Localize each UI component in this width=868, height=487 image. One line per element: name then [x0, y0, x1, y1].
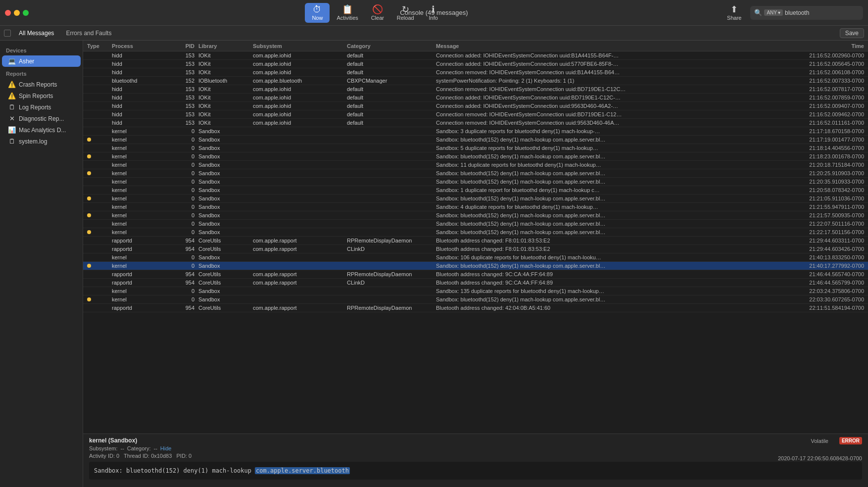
category-label: Category: [127, 445, 151, 451]
sidebar-item-crash-reports[interactable]: ⚠️ Crash Reports [2, 79, 81, 90]
cell-type [85, 180, 110, 184]
yellow-dot [87, 171, 91, 175]
cell-message: Sandbox: bluetoothd(152) deny(1) mach-lo… [434, 296, 777, 302]
table-row[interactable]: kernel 0 Sandbox Sandbox: bluetoothd(152… [83, 136, 868, 144]
cell-pid: 0 [174, 263, 196, 269]
clear-button[interactable]: 🚫 Clear [365, 3, 390, 23]
table-row[interactable]: kernel 0 Sandbox Sandbox: bluetoothd(152… [83, 152, 868, 161]
table-row[interactable]: hidd 153 IOKit com.apple.iohid default C… [83, 102, 868, 110]
cell-pid: 153 [174, 69, 196, 75]
activities-button[interactable]: 📋 Activities [332, 3, 363, 23]
table-row[interactable]: kernel 0 Sandbox Sandbox: 1 duplicate re… [83, 186, 868, 195]
cell-process: bluetoothd [110, 78, 174, 84]
cell-category: CLinkD [345, 280, 434, 286]
select-all-checkbox[interactable] [4, 30, 11, 37]
table-row[interactable]: hidd 153 IOKit com.apple.iohid default C… [83, 94, 868, 102]
sidebar-item-log-reports[interactable]: 🗒 Log Reports [2, 101, 81, 113]
cell-type [85, 264, 110, 268]
sidebar-item-asher[interactable]: 💻 Asher [2, 55, 81, 67]
cell-message: Sandbox: bluetoothd(152) deny(1) mach-lo… [434, 153, 777, 159]
window-controls [5, 10, 29, 16]
sidebar-item-mac-analytics[interactable]: 📊 Mac Analytics D... [2, 124, 81, 136]
cell-time: 21:16:52.002960-0700 [777, 52, 866, 58]
table-row[interactable]: kernel 0 Sandbox Sandbox: bluetoothd(152… [83, 211, 868, 220]
cell-library: Sandbox [196, 263, 251, 269]
table-row[interactable]: rapportd 954 CoreUtils com.apple.rapport… [83, 279, 868, 287]
table-row[interactable]: rapportd 954 CoreUtils com.apple.rapport… [83, 245, 868, 253]
table-row[interactable]: kernel 0 Sandbox Sandbox: 5 duplicate re… [83, 144, 868, 152]
search-input[interactable] [785, 9, 859, 16]
sidebar-item-diagnostic-reports[interactable]: ✕ Diagnostic Rep... [2, 113, 81, 124]
cell-time: 21:29:44.603311-0700 [777, 238, 866, 244]
cell-process: kernel [110, 296, 174, 302]
table-row[interactable]: kernel 0 Sandbox Sandbox: bluetoothd(152… [83, 295, 868, 304]
cell-process: kernel [110, 229, 174, 235]
activities-icon: 📋 [342, 5, 353, 14]
table-row[interactable]: kernel 0 Sandbox Sandbox: bluetoothd(152… [83, 228, 868, 237]
cell-category: default [345, 103, 434, 109]
table-row[interactable]: hidd 153 IOKit com.apple.iohid default C… [83, 119, 868, 127]
sidebar-item-spin-reports[interactable]: ⚠️ Spin Reports [2, 90, 81, 101]
search-any-badge[interactable]: ANY ▾ [764, 9, 783, 16]
table-row[interactable]: kernel 0 Sandbox Sandbox: bluetoothd(152… [83, 220, 868, 228]
sub-toolbar: All Messages Errors and Faults Save [0, 26, 868, 41]
maximize-button[interactable] [23, 10, 29, 16]
cell-type [85, 289, 110, 293]
table-row[interactable]: hidd 153 IOKit com.apple.iohid default C… [83, 85, 868, 94]
cell-process: rapportd [110, 238, 174, 244]
cell-process: hidd [110, 69, 174, 75]
table-row[interactable]: kernel 0 Sandbox Sandbox: bluetoothd(152… [83, 195, 868, 203]
table-row[interactable]: kernel 0 Sandbox Sandbox: bluetoothd(152… [83, 262, 868, 270]
cell-message: Bluetooth address changed: 9C:CA:4A:FF:6… [434, 271, 777, 277]
table-row[interactable]: rapportd 954 CoreUtils com.apple.rapport… [83, 270, 868, 279]
table-row[interactable]: kernel 0 Sandbox Sandbox: 4 duplicate re… [83, 203, 868, 211]
table-row[interactable]: rapportd 954 CoreUtils com.apple.rapport… [83, 304, 868, 312]
reports-section-label: Reports [0, 67, 83, 79]
table-row[interactable]: hidd 153 IOKit com.apple.iohid default C… [83, 60, 868, 68]
cell-message: Connection added: IOHIDEventSystemConnec… [434, 103, 777, 109]
share-button[interactable]: ⬆ Share [722, 3, 746, 23]
cell-type [85, 222, 110, 226]
cell-pid: 0 [174, 153, 196, 159]
save-button[interactable]: Save [840, 28, 864, 38]
detail-timestamp: 2020-07-17 22:06:50.608428-0700 [778, 455, 862, 461]
dot-placeholder [87, 112, 91, 116]
table-row[interactable]: hidd 153 IOKit com.apple.iohid default C… [83, 68, 868, 77]
dot-placeholder [87, 247, 91, 251]
cell-library: Sandbox [196, 179, 251, 185]
table-row[interactable]: kernel 0 Sandbox Sandbox: 3 duplicate re… [83, 127, 868, 136]
table-row[interactable]: hidd 153 IOKit com.apple.iohid default C… [83, 51, 868, 60]
minimize-button[interactable] [14, 10, 20, 16]
tab-errors-faults[interactable]: Errors and Faults [60, 28, 117, 39]
tab-all-messages[interactable]: All Messages [13, 28, 60, 39]
table-row[interactable]: bluetoothd 152 IOBluetooth com.apple.blu… [83, 77, 868, 85]
cell-message: Connection removed: IOHIDEventSystemConn… [434, 69, 777, 75]
table-header: Type Process PID Library Subsystem Categ… [83, 41, 868, 51]
table-row[interactable]: kernel 0 Sandbox Sandbox: bluetoothd(152… [83, 169, 868, 178]
cell-library: Sandbox [196, 145, 251, 151]
cell-type [85, 154, 110, 158]
cell-type [85, 306, 110, 310]
table-row[interactable]: kernel 0 Sandbox Sandbox: bluetoothd(152… [83, 178, 868, 186]
dot-placeholder [87, 121, 91, 125]
col-library: Library [196, 43, 251, 49]
cell-type [85, 112, 110, 116]
table-row[interactable]: rapportd 954 CoreUtils com.apple.rapport… [83, 237, 868, 245]
cell-type [85, 213, 110, 217]
now-button[interactable]: ⏱ Now [305, 3, 330, 23]
cell-process: kernel [110, 263, 174, 269]
hide-link[interactable]: Hide [160, 445, 172, 451]
cell-pid: 153 [174, 86, 196, 92]
cell-type [85, 104, 110, 108]
close-button[interactable] [5, 10, 11, 16]
cell-process: hidd [110, 103, 174, 109]
table-row[interactable]: kernel 0 Sandbox Sandbox: 106 duplicate … [83, 253, 868, 262]
table-row[interactable]: kernel 0 Sandbox Sandbox: 11 duplicate r… [83, 161, 868, 169]
yellow-dot [87, 138, 91, 142]
dot-placeholder [87, 53, 91, 57]
table-row[interactable]: hidd 153 IOKit com.apple.iohid default C… [83, 110, 868, 119]
detail-ids: Activity ID: 0 Thread ID: 0x10d83 PID: 0 [89, 453, 862, 459]
sidebar-item-system-log[interactable]: 🗒 system.log [2, 136, 81, 147]
cell-type [85, 129, 110, 133]
table-row[interactable]: kernel 0 Sandbox Sandbox: 135 duplicate … [83, 287, 868, 295]
